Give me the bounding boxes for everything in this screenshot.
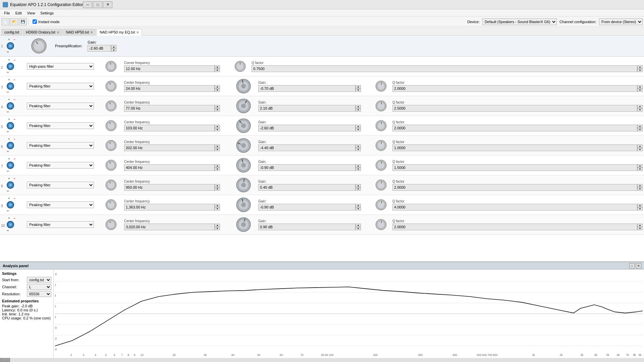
row-3-freq-input[interactable]	[124, 85, 215, 92]
row-8-q-down[interactable]: ▼	[637, 187, 643, 191]
preamp-add-btn[interactable]: +	[7, 38, 11, 42]
row-9-power[interactable]	[7, 201, 14, 208]
row-2-freq-up[interactable]: ▲	[215, 65, 220, 69]
row-4-type-select[interactable]: High-pass filter Peaking filter Low-pass…	[27, 103, 94, 109]
row-9-q-down[interactable]: ▼	[637, 207, 643, 210]
analysis-close-btn[interactable]: ✕	[636, 263, 641, 268]
row-5-q-down[interactable]: ▼	[637, 128, 643, 131]
row-4-q-down[interactable]: ▼	[637, 108, 643, 112]
rq10-knob[interactable]	[375, 219, 387, 231]
row-5-add[interactable]: +	[7, 117, 11, 121]
rg3-gain-knob[interactable]	[236, 78, 251, 94]
row-3-remove[interactable]: −	[12, 78, 17, 82]
row-7-edit[interactable]: ✏	[7, 170, 11, 174]
row-7-remove[interactable]: −	[12, 157, 17, 161]
rg8-gain-knob[interactable]	[236, 177, 251, 193]
row-7-q-input[interactable]	[392, 164, 637, 171]
row-8-freq-up[interactable]: ▲	[215, 184, 220, 187]
row-2-q-up[interactable]: ▲	[637, 65, 643, 69]
row-4-q-input[interactable]	[392, 105, 637, 112]
preamp-gain-input[interactable]	[88, 45, 111, 52]
rq8-knob[interactable]	[375, 179, 387, 191]
row-8-add[interactable]: +	[7, 177, 11, 181]
rf8-knob[interactable]	[105, 179, 117, 191]
menu-file[interactable]: File	[1, 10, 13, 16]
row-5-power[interactable]	[7, 122, 14, 129]
rf7-knob[interactable]	[105, 159, 117, 171]
row-6-power[interactable]	[7, 142, 14, 149]
row-10-gain-input[interactable]	[258, 224, 356, 230]
rq9-knob[interactable]	[375, 199, 387, 211]
row-4-power[interactable]	[7, 102, 14, 110]
row-9-add[interactable]: +	[7, 196, 11, 200]
row-6-q-input[interactable]	[392, 144, 637, 151]
tab-hd600-close[interactable]: ✕	[57, 31, 59, 34]
row-6-freq-down[interactable]: ▼	[215, 148, 220, 151]
row-7-gain-up[interactable]: ▲	[356, 164, 361, 168]
row-6-q-down[interactable]: ▼	[637, 148, 643, 151]
row-3-q-up[interactable]: ▲	[637, 85, 643, 88]
row-8-remove[interactable]: −	[12, 177, 17, 181]
rg4-gain-knob[interactable]	[236, 98, 251, 114]
row-7-power[interactable]	[7, 162, 14, 169]
row-8-gain-input[interactable]	[258, 184, 356, 191]
rf3-knob[interactable]	[105, 80, 117, 92]
row-2-freq-down[interactable]: ▼	[215, 69, 220, 72]
row-9-remove[interactable]: −	[12, 196, 17, 200]
save-button[interactable]: 💾	[19, 18, 27, 25]
row-9-edit[interactable]: ✏	[7, 209, 11, 213]
preamp-power-btn[interactable]	[7, 42, 14, 50]
tab-nad50eq-close[interactable]: ✕	[136, 31, 139, 34]
rg10-gain-knob[interactable]	[236, 217, 251, 232]
row-4-freq-input[interactable]	[124, 105, 215, 112]
menu-settings[interactable]: Settings	[38, 10, 56, 16]
row-2-edit[interactable]: ✏	[7, 71, 11, 75]
row-3-q-down[interactable]: ▼	[637, 88, 643, 92]
row-7-freq-down[interactable]: ▼	[215, 168, 220, 171]
row-10-q-input[interactable]	[392, 224, 637, 230]
row-6-remove[interactable]: −	[12, 137, 17, 141]
rq4-knob[interactable]	[375, 100, 387, 112]
rf4-knob[interactable]	[105, 100, 117, 112]
analysis-minimize-btn[interactable]: ─	[629, 263, 635, 268]
row-4-freq-down[interactable]: ▼	[215, 108, 220, 112]
row-9-freq-down[interactable]: ▼	[215, 207, 220, 210]
row-7-freq-up[interactable]: ▲	[215, 164, 220, 168]
row-9-freq-input[interactable]	[124, 204, 215, 210]
row-5-gain-up[interactable]: ▲	[356, 125, 361, 128]
row-9-type-select[interactable]: High-pass filter Peaking filter Low-pass…	[27, 201, 94, 208]
row-6-edit[interactable]: ✏	[7, 150, 11, 154]
maximize-button[interactable]: □	[93, 1, 102, 8]
row-8-freq-down[interactable]: ▼	[215, 187, 220, 191]
row-5-freq-down[interactable]: ▼	[215, 128, 220, 131]
row-3-gain-input[interactable]	[258, 85, 356, 92]
row-2-remove[interactable]: −	[12, 58, 17, 62]
row-2-type-select[interactable]: High-pass filter Peaking filter Low-pass…	[27, 63, 94, 70]
menu-edit[interactable]: Edit	[13, 10, 24, 16]
row-10-add[interactable]: +	[7, 216, 11, 220]
preamp-gain-down[interactable]: ▼	[111, 48, 116, 52]
row-5-type-select[interactable]: High-pass filter Peaking filter Low-pass…	[27, 122, 94, 129]
tab-nad50eq[interactable]: NAD HP50 my EQ.txt ✕	[97, 29, 142, 36]
rq3-knob[interactable]	[375, 80, 387, 92]
preamp-edit-btn[interactable]: ✏	[7, 50, 11, 54]
row-10-freq-down[interactable]: ▼	[215, 227, 220, 230]
instant-mode-label[interactable]: Instant mode	[38, 20, 60, 24]
row-8-gain-up[interactable]: ▲	[356, 184, 361, 187]
row-7-q-up[interactable]: ▲	[637, 164, 643, 168]
rg5-gain-knob[interactable]	[236, 118, 251, 133]
row-8-q-input[interactable]	[392, 184, 637, 191]
tab-config[interactable]: config.txt	[1, 29, 22, 35]
start-from-select[interactable]: config.txt	[27, 277, 51, 283]
tab-hd600[interactable]: HD600 Oratory.txt ✕	[23, 29, 62, 35]
row-3-freq-up[interactable]: ▲	[215, 85, 220, 88]
row-5-gain-input[interactable]	[258, 125, 356, 131]
row-4-freq-up[interactable]: ▲	[215, 105, 220, 108]
new-button[interactable]: 📄	[1, 18, 9, 25]
row-3-add[interactable]: +	[7, 78, 11, 82]
row-5-edit[interactable]: ✏	[7, 130, 11, 134]
row-10-freq-up[interactable]: ▲	[215, 224, 220, 227]
row-3-gain-down[interactable]: ▼	[356, 88, 361, 92]
row-10-type-select[interactable]: High-pass filter Peaking filter Low-pass…	[27, 221, 94, 228]
row-2-power[interactable]	[7, 63, 14, 70]
